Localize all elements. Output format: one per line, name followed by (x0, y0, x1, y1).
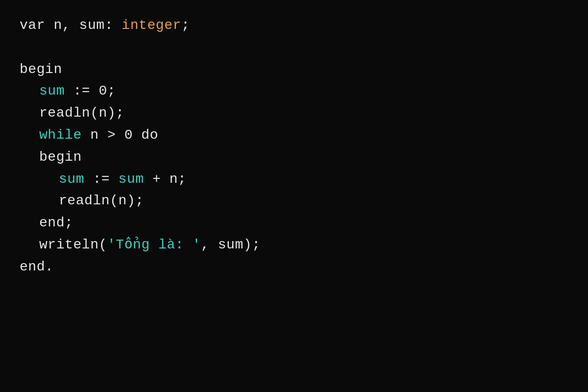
code-token: begin (20, 62, 62, 77)
code-editor: var n, sum: integer;beginsum := 0;readln… (0, 0, 280, 293)
line-readln1: readln(n); (20, 102, 261, 124)
code-token: , sum); (201, 237, 261, 252)
line-begin-inner: begin (20, 147, 261, 169)
line-begin-outer: begin (20, 59, 261, 81)
code-token: sum (119, 172, 144, 187)
code-token: integer (122, 18, 181, 33)
blank-line-1 (20, 37, 261, 59)
code-token: + n; (144, 172, 187, 187)
code-token: n > 0 do (82, 127, 158, 143)
code-token: writeln( (39, 237, 107, 252)
code-token: := 0; (65, 83, 116, 98)
line-var: var n, sum: integer; (20, 15, 261, 37)
line-end-outer: end. (20, 256, 261, 278)
line-readln2: readln(n); (20, 190, 261, 212)
code-token: end. (20, 259, 53, 274)
code-token: sum (39, 83, 65, 98)
code-token: sum (59, 172, 84, 187)
code-token: begin (39, 149, 82, 165)
code-token: 'Tổng là: ' (107, 237, 201, 252)
line-sum-update: sum := sum + n; (20, 169, 261, 191)
code-token: while (39, 127, 82, 143)
line-writeln: writeln('Tổng là: ', sum); (20, 234, 261, 256)
line-while: while n > 0 do (20, 124, 261, 147)
code-token: := (84, 172, 118, 187)
code-token: readln(n); (39, 105, 124, 121)
line-sum-assign: sum := 0; (20, 80, 261, 102)
line-end-inner: end; (20, 212, 261, 234)
code-token: readln(n); (59, 193, 144, 208)
code-token: end; (39, 215, 73, 230)
code-token: var n, sum: (20, 18, 122, 33)
code-token: ; (181, 18, 190, 33)
